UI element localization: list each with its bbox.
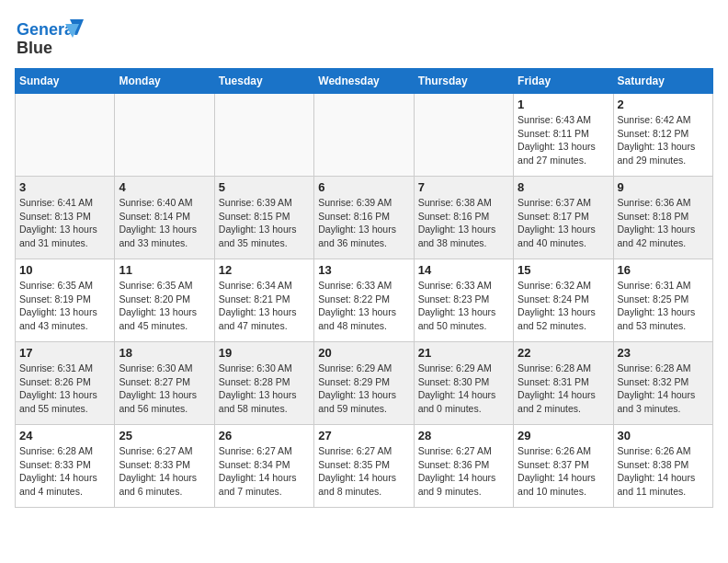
day-info: Sunrise: 6:27 AMSunset: 8:33 PMDaylight:… [119,444,210,499]
page-header: GeneralBlue [15,15,713,61]
day-number: 10 [19,263,110,277]
calendar-cell: 5Sunrise: 6:39 AMSunset: 8:15 PMDaylight… [214,177,313,259]
day-info: Sunrise: 6:35 AMSunset: 8:20 PMDaylight:… [119,279,210,333]
weekday-header-saturday: Saturday [613,69,712,94]
calendar-cell: 17Sunrise: 6:31 AMSunset: 8:26 PMDayligh… [16,342,115,425]
calendar-cell: 30Sunrise: 6:26 AMSunset: 8:38 PMDayligh… [613,425,712,508]
day-number: 12 [219,263,310,277]
day-number: 2 [618,98,709,111]
day-info: Sunrise: 6:36 AMSunset: 8:18 PMDaylight:… [618,196,709,250]
week-row-5: 24Sunrise: 6:28 AMSunset: 8:33 PMDayligh… [16,425,713,508]
day-number: 19 [219,346,310,360]
day-info: Sunrise: 6:28 AMSunset: 8:32 PMDaylight:… [618,362,709,416]
calendar-cell: 13Sunrise: 6:33 AMSunset: 8:22 PMDayligh… [314,259,414,342]
day-info: Sunrise: 6:28 AMSunset: 8:33 PMDaylight:… [19,444,110,499]
calendar-cell: 29Sunrise: 6:26 AMSunset: 8:37 PMDayligh… [514,425,613,508]
calendar-cell: 25Sunrise: 6:27 AMSunset: 8:33 PMDayligh… [115,425,214,508]
day-info: Sunrise: 6:39 AMSunset: 8:16 PMDaylight:… [318,196,409,250]
day-number: 26 [219,429,310,442]
day-number: 9 [618,180,709,194]
day-number: 22 [518,346,609,360]
day-number: 4 [119,180,210,194]
calendar-cell: 22Sunrise: 6:28 AMSunset: 8:31 PMDayligh… [514,342,613,425]
calendar-cell [314,94,414,177]
svg-text:Blue: Blue [17,39,52,57]
calendar-cell: 8Sunrise: 6:37 AMSunset: 8:17 PMDaylight… [514,177,613,259]
day-info: Sunrise: 6:33 AMSunset: 8:22 PMDaylight:… [318,279,409,333]
day-number: 18 [119,346,210,360]
day-info: Sunrise: 6:41 AMSunset: 8:13 PMDaylight:… [19,196,110,250]
day-number: 16 [618,263,709,277]
calendar-cell: 15Sunrise: 6:32 AMSunset: 8:24 PMDayligh… [514,259,613,342]
calendar-cell: 14Sunrise: 6:33 AMSunset: 8:23 PMDayligh… [414,259,513,342]
calendar-cell: 28Sunrise: 6:27 AMSunset: 8:36 PMDayligh… [414,425,513,508]
day-number: 6 [318,180,409,194]
day-info: Sunrise: 6:28 AMSunset: 8:31 PMDaylight:… [518,362,609,416]
day-number: 3 [19,180,110,194]
calendar-cell [115,94,214,177]
calendar-cell [414,94,513,177]
week-row-2: 3Sunrise: 6:41 AMSunset: 8:13 PMDaylight… [16,177,713,259]
day-info: Sunrise: 6:39 AMSunset: 8:15 PMDaylight:… [219,196,310,250]
day-info: Sunrise: 6:26 AMSunset: 8:38 PMDaylight:… [618,444,709,499]
day-number: 30 [618,429,709,442]
day-number: 25 [119,429,210,442]
day-number: 15 [518,263,609,277]
day-info: Sunrise: 6:35 AMSunset: 8:19 PMDaylight:… [19,279,110,333]
week-row-3: 10Sunrise: 6:35 AMSunset: 8:19 PMDayligh… [16,259,713,342]
calendar-cell: 23Sunrise: 6:28 AMSunset: 8:32 PMDayligh… [613,342,712,425]
calendar-cell [214,94,313,177]
weekday-header-wednesday: Wednesday [314,69,414,94]
calendar-cell: 21Sunrise: 6:29 AMSunset: 8:30 PMDayligh… [414,342,513,425]
day-number: 20 [318,346,409,360]
day-number: 8 [518,180,609,194]
day-info: Sunrise: 6:31 AMSunset: 8:25 PMDaylight:… [618,279,709,333]
day-info: Sunrise: 6:31 AMSunset: 8:26 PMDaylight:… [19,362,110,416]
logo: GeneralBlue [15,15,88,61]
day-number: 23 [618,346,709,360]
weekday-header-row: SundayMondayTuesdayWednesdayThursdayFrid… [16,69,713,94]
day-number: 28 [418,429,509,442]
calendar-cell: 27Sunrise: 6:27 AMSunset: 8:35 PMDayligh… [314,425,414,508]
day-info: Sunrise: 6:38 AMSunset: 8:16 PMDaylight:… [418,196,509,250]
day-number: 21 [418,346,509,360]
day-info: Sunrise: 6:29 AMSunset: 8:29 PMDaylight:… [318,362,409,416]
day-number: 11 [119,263,210,277]
day-info: Sunrise: 6:40 AMSunset: 8:14 PMDaylight:… [119,196,210,250]
calendar-cell: 18Sunrise: 6:30 AMSunset: 8:27 PMDayligh… [115,342,214,425]
day-number: 13 [318,263,409,277]
day-info: Sunrise: 6:26 AMSunset: 8:37 PMDaylight:… [518,444,609,499]
day-info: Sunrise: 6:34 AMSunset: 8:21 PMDaylight:… [219,279,310,333]
day-info: Sunrise: 6:42 AMSunset: 8:12 PMDaylight:… [618,113,709,167]
calendar-cell: 26Sunrise: 6:27 AMSunset: 8:34 PMDayligh… [214,425,313,508]
calendar-cell: 7Sunrise: 6:38 AMSunset: 8:16 PMDaylight… [414,177,513,259]
calendar-cell: 9Sunrise: 6:36 AMSunset: 8:18 PMDaylight… [613,177,712,259]
day-number: 1 [518,98,609,111]
calendar-cell: 10Sunrise: 6:35 AMSunset: 8:19 PMDayligh… [16,259,115,342]
calendar-cell: 1Sunrise: 6:43 AMSunset: 8:11 PMDaylight… [514,94,613,177]
day-info: Sunrise: 6:37 AMSunset: 8:17 PMDaylight:… [518,196,609,250]
day-info: Sunrise: 6:27 AMSunset: 8:36 PMDaylight:… [418,444,509,499]
calendar-cell: 11Sunrise: 6:35 AMSunset: 8:20 PMDayligh… [115,259,214,342]
day-info: Sunrise: 6:29 AMSunset: 8:30 PMDaylight:… [418,362,509,416]
calendar-cell: 16Sunrise: 6:31 AMSunset: 8:25 PMDayligh… [613,259,712,342]
weekday-header-tuesday: Tuesday [214,69,313,94]
day-number: 5 [219,180,310,194]
day-number: 24 [19,429,110,442]
day-number: 29 [518,429,609,442]
calendar-cell: 20Sunrise: 6:29 AMSunset: 8:29 PMDayligh… [314,342,414,425]
day-info: Sunrise: 6:27 AMSunset: 8:34 PMDaylight:… [219,444,310,499]
calendar-cell: 4Sunrise: 6:40 AMSunset: 8:14 PMDaylight… [115,177,214,259]
calendar-table: SundayMondayTuesdayWednesdayThursdayFrid… [15,68,713,508]
day-info: Sunrise: 6:43 AMSunset: 8:11 PMDaylight:… [518,113,609,167]
calendar-cell: 2Sunrise: 6:42 AMSunset: 8:12 PMDaylight… [613,94,712,177]
day-info: Sunrise: 6:33 AMSunset: 8:23 PMDaylight:… [418,279,509,333]
calendar-cell: 12Sunrise: 6:34 AMSunset: 8:21 PMDayligh… [214,259,313,342]
day-info: Sunrise: 6:30 AMSunset: 8:28 PMDaylight:… [219,362,310,416]
calendar-cell: 6Sunrise: 6:39 AMSunset: 8:16 PMDaylight… [314,177,414,259]
weekday-header-monday: Monday [115,69,214,94]
day-info: Sunrise: 6:30 AMSunset: 8:27 PMDaylight:… [119,362,210,416]
week-row-4: 17Sunrise: 6:31 AMSunset: 8:26 PMDayligh… [16,342,713,425]
calendar-cell: 19Sunrise: 6:30 AMSunset: 8:28 PMDayligh… [214,342,313,425]
calendar-cell: 24Sunrise: 6:28 AMSunset: 8:33 PMDayligh… [16,425,115,508]
